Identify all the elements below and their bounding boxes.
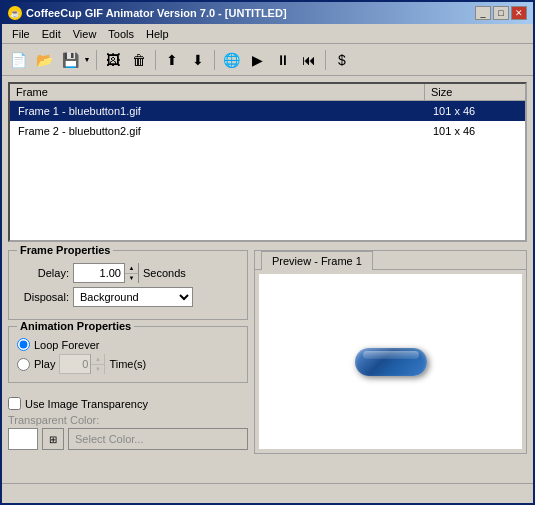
transparency-checkbox[interactable] (8, 397, 21, 410)
animation-properties-title: Animation Properties (17, 320, 134, 332)
menu-view[interactable]: View (67, 26, 103, 42)
frame-list-container: Frame Size Frame 1 - bluebutton1.gif 101… (8, 82, 527, 242)
transparency-section: Use Image Transparency Transparent Color… (8, 389, 248, 454)
menu-edit[interactable]: Edit (36, 26, 67, 42)
disposal-row: Disposal: Do Not Dispose Background Prev… (17, 287, 239, 307)
save-button[interactable]: 💾 (58, 48, 82, 72)
save-dropdown-arrow[interactable]: ▼ (82, 48, 92, 72)
toolbar-sep-2 (155, 50, 156, 70)
delete-frame-button[interactable]: 🗑 (127, 48, 151, 72)
frame-properties-title: Frame Properties (17, 244, 113, 256)
play-button[interactable]: ▶ (245, 48, 269, 72)
maximize-button[interactable]: □ (493, 6, 509, 20)
preview-gif-frame (355, 348, 427, 376)
toolbar-sep-3 (214, 50, 215, 70)
move-down-button[interactable]: ⬇ (186, 48, 210, 72)
play-spin: ▲ ▼ (59, 354, 105, 374)
menu-tools[interactable]: Tools (102, 26, 140, 42)
delay-label: Delay: (17, 267, 69, 279)
frame-properties-group: Frame Properties Delay: ▲ ▼ Seconds (8, 250, 248, 320)
column-header-frame: Frame (10, 84, 425, 100)
main-content: Frame Size Frame 1 - bluebutton1.gif 101… (2, 76, 533, 483)
color-swatch[interactable] (8, 428, 38, 450)
play-row: Play ▲ ▼ Time(s) (17, 354, 239, 374)
close-button[interactable]: ✕ (511, 6, 527, 20)
bottom-panels: Frame Properties Delay: ▲ ▼ Seconds (8, 250, 527, 454)
select-color-label: Select Color... (75, 433, 143, 445)
play-radio[interactable] (17, 358, 30, 371)
select-color-button[interactable]: Select Color... (68, 428, 248, 450)
play-label[interactable]: Play (34, 358, 55, 370)
preview-area (259, 274, 522, 449)
loop-forever-radio[interactable] (17, 338, 30, 351)
frame-size-2: 101 x 46 (425, 123, 525, 139)
menu-help[interactable]: Help (140, 26, 175, 42)
stop-button[interactable]: ⏮ (297, 48, 321, 72)
save-split-button[interactable]: 💾 ▼ (58, 48, 92, 72)
add-frame-button[interactable]: 🖼 (101, 48, 125, 72)
preview-button[interactable]: 🌐 (219, 48, 243, 72)
status-bar (2, 483, 533, 503)
toolbar: 📄 📂 💾 ▼ 🖼 🗑 ⬆ ⬇ 🌐 ▶ ⏸ ⏮ $ (2, 44, 533, 76)
left-panel: Frame Properties Delay: ▲ ▼ Seconds (8, 250, 248, 454)
transparent-color-label: Transparent Color: (8, 414, 248, 426)
minimize-button[interactable]: _ (475, 6, 491, 20)
transparency-label[interactable]: Use Image Transparency (25, 398, 148, 410)
play-down-button: ▼ (91, 365, 104, 375)
delay-spin-arrows: ▲ ▼ (124, 263, 138, 283)
menu-bar: File Edit View Tools Help (2, 24, 533, 44)
title-bar-left: ☕ CoffeeCup GIF Animator Version 7.0 - [… (8, 6, 287, 20)
play-up-button: ▲ (91, 354, 104, 365)
loop-forever-row: Loop Forever (17, 338, 239, 351)
app-icon: ☕ (8, 6, 22, 20)
delay-up-button[interactable]: ▲ (125, 263, 138, 274)
menu-file[interactable]: File (6, 26, 36, 42)
toolbar-sep-1 (96, 50, 97, 70)
frame-name-2: Frame 2 - bluebutton2.gif (10, 123, 425, 139)
color-picker-row: ⊞ Select Color... (8, 428, 248, 450)
play-value-input (60, 358, 90, 370)
frame-size-1: 101 x 46 (425, 103, 525, 119)
title-buttons: _ □ ✕ (475, 6, 527, 20)
frame-name-1: Frame 1 - bluebutton1.gif (10, 103, 425, 119)
dollar-button[interactable]: $ (330, 48, 354, 72)
frame-row-2[interactable]: Frame 2 - bluebutton2.gif 101 x 46 (10, 121, 525, 141)
transparency-checkbox-row: Use Image Transparency (8, 397, 248, 410)
window-title: CoffeeCup GIF Animator Version 7.0 - [UN… (26, 7, 287, 19)
preview-tab[interactable]: Preview - Frame 1 (261, 251, 373, 270)
delay-down-button[interactable]: ▼ (125, 274, 138, 284)
preview-panel: Preview - Frame 1 (254, 250, 527, 454)
delay-spin[interactable]: ▲ ▼ (73, 263, 139, 283)
move-up-button[interactable]: ⬆ (160, 48, 184, 72)
loop-forever-label[interactable]: Loop Forever (34, 339, 99, 351)
disposal-select[interactable]: Do Not Dispose Background Previous (73, 287, 193, 307)
toolbar-sep-4 (325, 50, 326, 70)
times-label: Time(s) (109, 358, 146, 370)
column-header-size: Size (425, 84, 525, 100)
pause-button[interactable]: ⏸ (271, 48, 295, 72)
main-window: ☕ CoffeeCup GIF Animator Version 7.0 - [… (0, 0, 535, 505)
seconds-label: Seconds (143, 267, 186, 279)
frame-list-header: Frame Size (10, 84, 525, 101)
play-spin-arrows: ▲ ▼ (90, 354, 104, 374)
title-bar: ☕ CoffeeCup GIF Animator Version 7.0 - [… (2, 2, 533, 24)
disposal-label: Disposal: (17, 291, 69, 303)
open-button[interactable]: 📂 (32, 48, 56, 72)
delay-input[interactable] (74, 264, 124, 282)
delay-row: Delay: ▲ ▼ Seconds (17, 263, 239, 283)
color-grid-button[interactable]: ⊞ (42, 428, 64, 450)
animation-properties-group: Animation Properties Loop Forever Play ▲… (8, 326, 248, 383)
preview-tab-bar: Preview - Frame 1 (255, 251, 526, 270)
new-button[interactable]: 📄 (6, 48, 30, 72)
frame-row-1[interactable]: Frame 1 - bluebutton1.gif 101 x 46 (10, 101, 525, 121)
